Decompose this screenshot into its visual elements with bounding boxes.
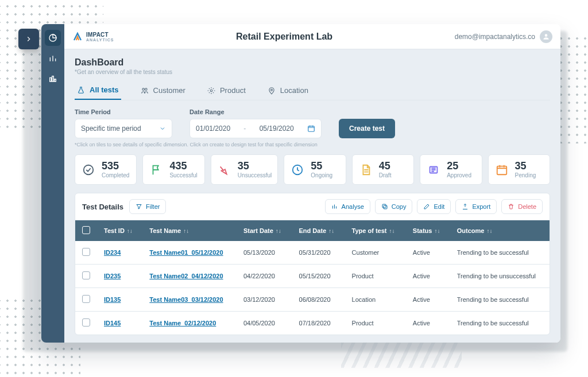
date-to: 05/19/2020 bbox=[260, 125, 294, 133]
sidebar-item-dashboard[interactable] bbox=[45, 30, 61, 46]
col-outcome[interactable]: Outcome↑↓ bbox=[450, 220, 550, 241]
cell-type: Product bbox=[345, 312, 406, 335]
export-icon bbox=[462, 203, 469, 210]
gear-icon bbox=[207, 87, 215, 95]
cell-status: Active bbox=[406, 288, 450, 312]
app-title: Retail Experiment Lab bbox=[122, 32, 446, 42]
table-row: ID235Test Name02_04/12/202004/22/202005/… bbox=[75, 265, 550, 288]
kpi-unsuccessful[interactable]: 35Unsuccessful bbox=[211, 154, 278, 185]
edit-button[interactable]: Edit bbox=[417, 199, 451, 214]
filter-label: Filter bbox=[146, 203, 160, 210]
test-id-link[interactable]: ID145 bbox=[104, 320, 121, 327]
pin-icon bbox=[268, 87, 276, 95]
user-email: demo@impactanalytics.co bbox=[455, 33, 535, 41]
test-name-link[interactable]: Test Name_02/12/2020 bbox=[149, 320, 216, 327]
test-name-link[interactable]: Test Name03_03/12/2020 bbox=[149, 296, 223, 303]
col-test-name[interactable]: Test Name↑↓ bbox=[142, 220, 237, 241]
time-period-value: Specific time period bbox=[81, 125, 141, 133]
sidebar-item-reports[interactable] bbox=[45, 50, 61, 67]
time-period-label: Time Period bbox=[75, 108, 172, 115]
test-id-link[interactable]: ID234 bbox=[104, 249, 121, 256]
table-row: ID145Test Name_02/12/202004/05/202007/18… bbox=[75, 312, 550, 335]
trash-icon bbox=[508, 203, 514, 210]
calendar-icon bbox=[307, 125, 315, 133]
filter-button[interactable]: Filter bbox=[129, 199, 166, 214]
sidebar-expand-button[interactable] bbox=[18, 29, 39, 49]
kpi-pending[interactable]: 35Pending bbox=[488, 154, 550, 185]
test-id-link[interactable]: ID235 bbox=[104, 273, 121, 279]
select-all-checkbox[interactable] bbox=[82, 226, 90, 234]
delete-button[interactable]: Delete bbox=[501, 199, 543, 214]
chevron-down-icon bbox=[159, 125, 166, 132]
svg-point-1 bbox=[142, 88, 144, 90]
col-start-date[interactable]: Start Date↑↓ bbox=[237, 220, 292, 241]
filter-icon bbox=[136, 203, 142, 210]
flag-icon bbox=[149, 162, 164, 177]
table-row: ID135Test Name03_03/12/202003/12/202006/… bbox=[75, 288, 550, 312]
clock-icon bbox=[290, 162, 305, 177]
cell-end: 05/15/2020 bbox=[292, 265, 345, 288]
cell-outcome: Trending to be successful bbox=[450, 312, 550, 335]
cell-start: 05/13/2020 bbox=[237, 241, 292, 265]
tab-location[interactable]: Location bbox=[265, 81, 311, 100]
test-name-link[interactable]: Test Name02_04/12/2020 bbox=[149, 273, 223, 279]
edit-icon bbox=[423, 203, 430, 210]
cell-status: Active bbox=[406, 312, 450, 335]
cell-end: 07/18/2020 bbox=[292, 312, 345, 335]
svg-rect-9 bbox=[497, 166, 506, 174]
avatar[interactable] bbox=[540, 30, 552, 43]
date-range-picker[interactable]: 01/01/2020 - 05/19/2020 bbox=[189, 119, 322, 138]
col-test-id[interactable]: Test ID↑↓ bbox=[97, 220, 142, 241]
col-end-date[interactable]: End Date↑↓ bbox=[292, 220, 345, 241]
test-id-link[interactable]: ID135 bbox=[104, 296, 121, 303]
tab-customer[interactable]: Customer bbox=[138, 81, 188, 100]
calendar-icon bbox=[494, 162, 509, 177]
svg-rect-11 bbox=[382, 204, 386, 208]
kpi-successful[interactable]: 435Successful bbox=[142, 154, 204, 185]
sidebar-item-data[interactable] bbox=[45, 71, 61, 87]
row-checkbox[interactable] bbox=[82, 318, 90, 327]
brand-bottom: ANALYTICS bbox=[86, 38, 114, 42]
copy-icon bbox=[381, 203, 388, 210]
col-type-of-test[interactable]: Type of test↑↓ bbox=[345, 220, 406, 241]
cell-type: Location bbox=[345, 288, 406, 312]
svg-point-2 bbox=[145, 88, 147, 90]
tab-all-tests[interactable]: All tests bbox=[75, 81, 121, 100]
tab-product[interactable]: Product bbox=[205, 81, 248, 100]
test-name-link[interactable]: Test Name01_05/12/2020 bbox=[149, 249, 223, 256]
tabs: All testsCustomerProductLocation bbox=[75, 81, 550, 100]
row-checkbox[interactable] bbox=[82, 271, 90, 279]
page-subtitle: *Get an overview of all the tests status bbox=[75, 69, 550, 75]
test-table: Test ID↑↓Test Name↑↓Start Date↑↓End Date… bbox=[75, 220, 550, 335]
time-period-select[interactable]: Specific time period bbox=[75, 119, 172, 138]
date-range-label: Date Range bbox=[189, 108, 322, 115]
cell-end: 06/08/2020 bbox=[292, 288, 345, 312]
panel-title: Test Details bbox=[82, 203, 123, 211]
cell-outcome: Trending to be successful bbox=[450, 288, 550, 312]
cell-start: 04/22/2020 bbox=[237, 265, 292, 288]
cell-outcome: Trending to be unsuccessful bbox=[450, 265, 550, 288]
kpi-completed[interactable]: 535Completed bbox=[75, 154, 137, 185]
create-test-button[interactable]: Create test bbox=[339, 119, 395, 138]
svg-point-6 bbox=[84, 165, 94, 174]
copy-button[interactable]: Copy bbox=[375, 199, 413, 214]
kpi-row: 535Completed435Successful35Unsuccessful5… bbox=[75, 154, 550, 185]
doc-icon bbox=[358, 162, 373, 177]
col-status[interactable]: Status↑↓ bbox=[406, 220, 450, 241]
row-checkbox[interactable] bbox=[82, 295, 90, 303]
topbar: IMPACT ANALYTICS Retail Experiment Lab d… bbox=[64, 24, 560, 49]
kpi-draft[interactable]: 45Draft bbox=[352, 154, 414, 185]
svg-point-4 bbox=[270, 89, 272, 91]
export-button[interactable]: Export bbox=[455, 199, 497, 214]
row-checkbox[interactable] bbox=[82, 248, 90, 256]
svg-rect-5 bbox=[308, 126, 315, 131]
svg-point-3 bbox=[210, 90, 212, 92]
flask-icon bbox=[77, 86, 85, 94]
kpi-approved[interactable]: 25Approved bbox=[420, 154, 482, 185]
brand: IMPACT ANALYTICS bbox=[72, 32, 114, 42]
analyse-button[interactable]: Analyse bbox=[325, 199, 370, 214]
date-from: 01/01/2020 bbox=[196, 125, 230, 133]
sidebar bbox=[41, 24, 64, 343]
date-sep: - bbox=[243, 125, 246, 133]
kpi-ongoing[interactable]: 55Ongoing bbox=[284, 154, 346, 185]
